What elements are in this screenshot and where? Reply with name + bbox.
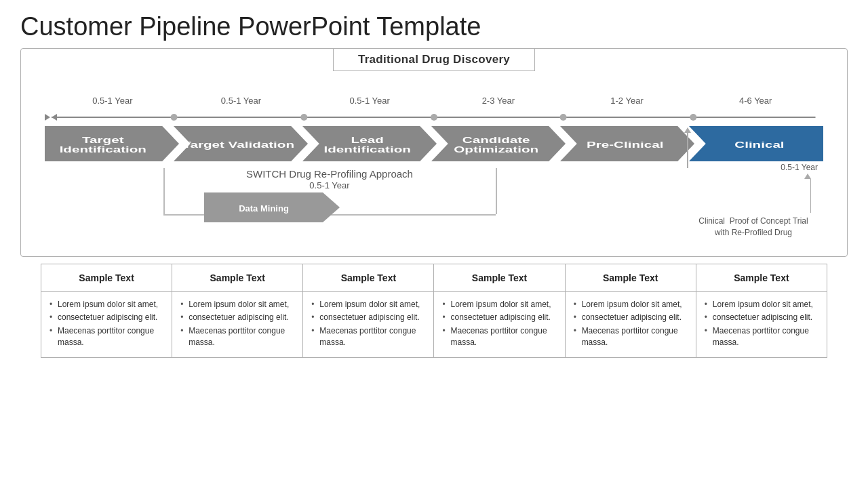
proof-label: Clinical Proof of Concept Trialwith Re-P… <box>689 216 818 239</box>
timeline-label-2: 0.5-1 Year <box>177 96 306 110</box>
svg-text:Identification: Identification <box>324 145 411 155</box>
tdd-label-wrap: Traditional Drug Discovery <box>21 48 847 71</box>
table-header-3: Sample Text <box>303 264 434 292</box>
timeline-label-5: 1-2 Year <box>563 96 692 110</box>
chevrons-row: Target Identification Target Validation … <box>21 126 847 164</box>
switch-title: SWITCH Drug Re-Profiling Approach <box>163 168 496 180</box>
svg-text:Clinical: Clinical <box>734 140 784 150</box>
chevron-candidate-opt: Candidate Optimization <box>431 126 566 164</box>
table-header-1: Sample Text <box>41 264 172 292</box>
svg-text:Optimization: Optimization <box>454 145 538 155</box>
pipeline-section: Traditional Drug Discovery 0.5-1 Year 0.… <box>20 48 848 257</box>
svg-text:Candidate: Candidate <box>462 136 530 145</box>
svg-marker-1 <box>52 114 57 121</box>
table-cell-3: Lorem ipsum dolor sit amet, consectetuer… <box>303 292 434 358</box>
table-cell-5: Lorem ipsum dolor sit amet, consectetuer… <box>565 292 696 358</box>
page-title: Customer Pipeline PowerPoint Template <box>0 0 868 48</box>
chevron-data-mining: Data Mining <box>204 192 340 222</box>
table-cell-6: Lorem ipsum dolor sit amet, consectetuer… <box>696 292 827 358</box>
chevron-target-id: Target Identification <box>45 126 179 164</box>
chevron-pre-clinical: Pre-Clinical <box>560 126 694 164</box>
table-cell-4: Lorem ipsum dolor sit amet, consectetuer… <box>434 292 565 358</box>
svg-text:Target Validation: Target Validation <box>182 140 294 150</box>
main-container: Traditional Drug Discovery 0.5-1 Year 0.… <box>20 48 848 358</box>
svg-point-4 <box>300 114 307 121</box>
switch-year: 0.5-1 Year <box>163 180 496 190</box>
svg-point-7 <box>690 114 696 121</box>
timeline-label-3: 0.5-1 Year <box>305 96 434 110</box>
svg-text:Pre-Clinical: Pre-Clinical <box>587 140 663 150</box>
table-cell-2: Lorem ipsum dolor sit amet, consectetuer… <box>172 292 303 358</box>
timeline-label-1: 0.5-1 Year <box>48 96 177 110</box>
table-header-2: Sample Text <box>172 264 303 292</box>
svg-point-6 <box>560 114 567 121</box>
timeline-row: 0.5-1 Year 0.5-1 Year 0.5-1 Year 2-3 Yea… <box>21 76 847 110</box>
tdd-label: Traditional Drug Discovery <box>333 48 535 71</box>
svg-marker-2 <box>45 114 50 121</box>
proof-year: 0.5-1 Year <box>689 163 818 172</box>
svg-text:Lead: Lead <box>351 136 384 145</box>
table-header-5: Sample Text <box>565 264 696 292</box>
svg-point-5 <box>431 114 437 121</box>
svg-text:Target: Target <box>82 136 124 145</box>
svg-point-3 <box>171 114 178 121</box>
chevron-clinical: Clinical <box>689 126 823 164</box>
table-cell-1: Lorem ipsum dolor sit amet, consectetuer… <box>41 292 172 358</box>
chevron-target-val: Target Validation <box>174 126 308 164</box>
timeline-label-6: 4-6 Year <box>691 96 820 110</box>
svg-text:Identification: Identification <box>60 145 146 155</box>
timeline-label-4: 2-3 Year <box>434 96 563 110</box>
pipeline-table: Sample Text Sample Text Sample Text Samp… <box>41 264 827 358</box>
table-header-6: Sample Text <box>696 264 827 292</box>
table-section: Sample Text Sample Text Sample Text Samp… <box>41 264 827 358</box>
chevron-lead-id: Lead Identification <box>302 126 437 164</box>
table-header-4: Sample Text <box>434 264 565 292</box>
svg-text:Data Mining: Data Mining <box>239 203 289 214</box>
